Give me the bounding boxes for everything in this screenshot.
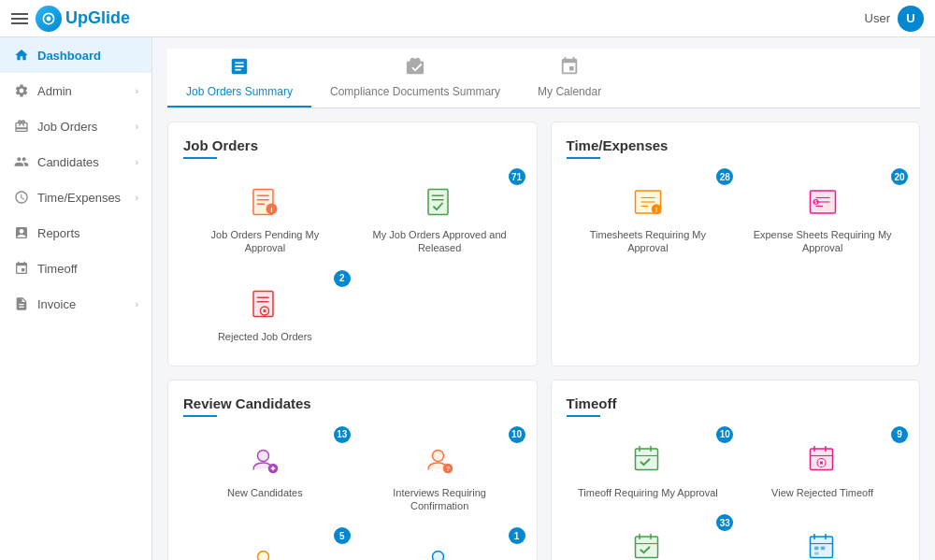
widget-label-pending-approval: Job Orders Pending My Approval bbox=[191, 228, 339, 255]
svg-text:?: ? bbox=[446, 465, 451, 473]
widget-pending-approval[interactable]: ! Job Orders Pending My Approval bbox=[183, 172, 347, 263]
sidebar-item-candidates[interactable]: Candidates › bbox=[0, 144, 151, 179]
widget-expense-sheets[interactable]: 20 $ Expense Sheets Requiring M bbox=[741, 172, 904, 263]
job-orders-card-title: Job Orders bbox=[183, 137, 522, 153]
badge-expense-sheets: 20 bbox=[891, 168, 908, 185]
job-orders-widgets: ! Job Orders Pending My Approval 71 bbox=[183, 172, 522, 351]
sidebar-item-admin[interactable]: Admin › bbox=[0, 73, 151, 108]
review-candidates-underline bbox=[183, 415, 217, 417]
sidebar-label-invoice: Invoice bbox=[37, 297, 76, 311]
widget-icon-wrap-view-approved bbox=[626, 525, 670, 560]
logo: UpGlide bbox=[36, 6, 130, 32]
widget-new-candidates[interactable]: 13 New Candidates bbox=[183, 430, 347, 521]
widget-label-new-candidates: New Candidates bbox=[227, 486, 303, 499]
badge-timesheets: 28 bbox=[716, 168, 733, 185]
widget-icon-wrap-timesheets: ! bbox=[626, 179, 670, 224]
tab-my-calendar[interactable]: My Calendar bbox=[519, 49, 620, 108]
widget-icon-wrap-interviews-fb bbox=[242, 538, 287, 560]
widget-view-rejected[interactable]: 9 View Reject bbox=[741, 430, 904, 507]
main-content: Job Orders Summary Compliance Documents … bbox=[152, 37, 935, 560]
sidebar-item-job-orders[interactable]: Job Orders › bbox=[0, 108, 151, 144]
svg-point-35 bbox=[258, 552, 269, 560]
sidebar-item-timeoff[interactable]: Timeoff bbox=[0, 251, 151, 286]
widget-timeoff-approval[interactable]: 10 Timeoff Requiring My Approval bbox=[567, 430, 730, 507]
widget-calendar-timeoff[interactable]: Calendar Timeoff bbox=[741, 518, 904, 560]
tab-label-job-orders: Job Orders Summary bbox=[186, 85, 293, 98]
invoice-icon bbox=[13, 295, 30, 312]
review-candidates-widgets: 13 New Candidates bbox=[183, 430, 522, 560]
svg-rect-64 bbox=[814, 553, 819, 555]
widget-label-timesheets: Timesheets Requiring My Approval bbox=[574, 228, 723, 255]
widget-interviews-confirmation[interactable]: 10 ? Interviews Requiring Confirmation bbox=[358, 430, 522, 521]
svg-rect-63 bbox=[820, 547, 825, 551]
arrow-icon: › bbox=[136, 86, 138, 96]
widget-view-approved[interactable]: 33 View Approved Timeoff bbox=[567, 518, 730, 560]
reports-icon bbox=[13, 224, 30, 241]
arrow-icon: › bbox=[136, 299, 138, 309]
sidebar-item-time-expenses[interactable]: Time/Expenses › bbox=[0, 179, 151, 215]
widget-icon-wrap-expense: $ bbox=[800, 179, 845, 224]
sidebar-item-dashboard[interactable]: Dashboard bbox=[0, 37, 151, 73]
svg-rect-7 bbox=[428, 190, 448, 215]
hamburger-menu[interactable] bbox=[11, 13, 28, 24]
badge-view-approved: 33 bbox=[716, 514, 733, 531]
timeoff-card: Timeoff 10 bbox=[551, 380, 921, 560]
arrow-icon: › bbox=[136, 157, 138, 167]
logo-text: UpGlide bbox=[65, 8, 130, 28]
widget-label-expense-sheets: Expense Sheets Requiring My Approval bbox=[748, 228, 897, 255]
widget-icon-wrap-pending: ! bbox=[242, 179, 287, 224]
widget-label-rejected: Rejected Job Orders bbox=[218, 330, 312, 343]
widget-label-view-rejected: View Rejected Timeoff bbox=[771, 486, 873, 499]
badge-new-time-proposed: 1 bbox=[509, 527, 525, 544]
sidebar-label-timeoff: Timeoff bbox=[37, 262, 78, 276]
topbar: UpGlide User U bbox=[0, 0, 935, 37]
badge-timeoff-approval: 10 bbox=[716, 426, 733, 443]
sidebar-item-reports[interactable]: Reports bbox=[0, 215, 151, 251]
badge-view-rejected: 9 bbox=[891, 426, 908, 443]
timeoff-icon bbox=[13, 260, 30, 277]
widget-icon-wrap-view-rejected bbox=[800, 438, 845, 482]
svg-text:!: ! bbox=[655, 207, 657, 213]
svg-point-36 bbox=[433, 552, 444, 560]
widget-icon-wrap-timeoff-approval bbox=[626, 438, 670, 482]
widget-interviews-feedback[interactable]: 5 Interviews Requiring Feedback bbox=[183, 531, 347, 560]
widget-icon-wrap-calendar-timeoff bbox=[800, 525, 845, 560]
svg-text:!: ! bbox=[271, 206, 274, 214]
widget-approved-released[interactable]: 71 My Job Orders Approved and Released bbox=[358, 172, 522, 263]
svg-point-32 bbox=[433, 450, 444, 461]
widget-icon-wrap-new-candidates bbox=[242, 438, 287, 482]
time-expenses-underline bbox=[567, 157, 600, 159]
widget-icon-wrap-approved bbox=[417, 179, 462, 224]
timeoff-underline bbox=[567, 415, 600, 417]
widget-label-approved-released: My Job Orders Approved and Released bbox=[366, 228, 514, 255]
widget-icon-wrap-new-time bbox=[417, 538, 462, 560]
widget-rejected[interactable]: 2 Rejected Job Orders bbox=[183, 274, 347, 351]
tab-bar: Job Orders Summary Compliance Documents … bbox=[167, 49, 920, 108]
user-label: User bbox=[865, 11, 890, 25]
badge-rejected: 2 bbox=[334, 270, 351, 287]
widget-label-timeoff-approval: Timeoff Requiring My Approval bbox=[578, 486, 718, 499]
job-orders-card: Job Orders ! bbox=[167, 122, 538, 366]
time-expenses-widgets: 28 ! Timesheets Requiring My Ap bbox=[567, 172, 905, 263]
svg-rect-43 bbox=[635, 449, 657, 470]
arrow-icon: › bbox=[136, 193, 138, 203]
sidebar-label-reports: Reports bbox=[37, 226, 80, 240]
tab-compliance-docs[interactable]: Compliance Documents Summary bbox=[311, 49, 519, 108]
user-avatar[interactable]: U bbox=[898, 6, 924, 32]
candidates-icon bbox=[13, 153, 30, 170]
sidebar-label-admin: Admin bbox=[37, 84, 72, 98]
widget-new-time-proposed[interactable]: 1 New Time Proposed bbox=[358, 531, 522, 560]
job-orders-underline bbox=[183, 157, 217, 159]
sidebar-item-invoice[interactable]: Invoice › bbox=[0, 286, 151, 322]
badge-interviews-feedback: 5 bbox=[334, 527, 351, 544]
widget-icon-wrap-rejected bbox=[242, 281, 287, 326]
widget-label-interviews-conf: Interviews Requiring Confirmation bbox=[366, 486, 514, 513]
tab-job-orders-summary[interactable]: Job Orders Summary bbox=[167, 49, 311, 108]
logo-icon bbox=[36, 6, 62, 32]
tab-icon-job-orders bbox=[229, 56, 250, 81]
job-orders-icon bbox=[13, 118, 30, 135]
svg-rect-54 bbox=[635, 537, 657, 558]
svg-point-28 bbox=[258, 450, 269, 461]
svg-point-0 bbox=[47, 16, 51, 21]
widget-timesheets[interactable]: 28 ! Timesheets Requiring My Ap bbox=[567, 172, 730, 263]
